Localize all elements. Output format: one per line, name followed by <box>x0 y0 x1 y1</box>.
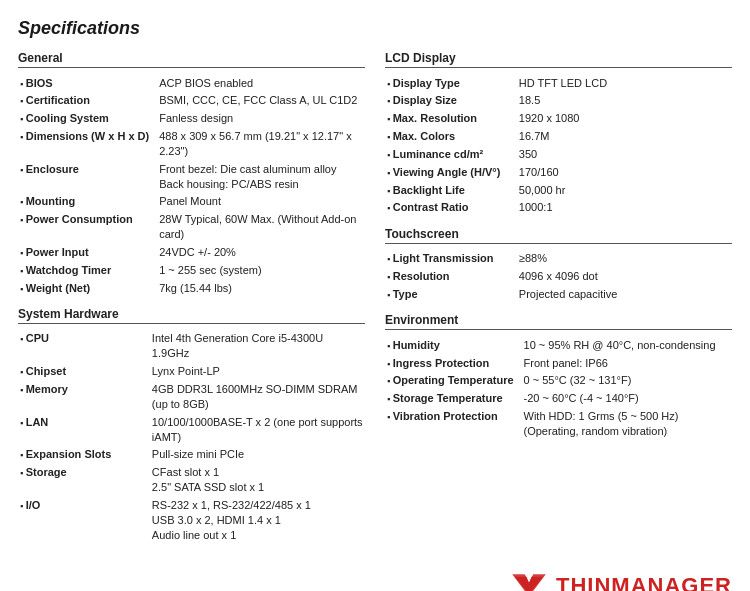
spec-label: Mounting <box>18 193 157 211</box>
table-row: Max. Colors16.7M <box>385 128 732 146</box>
spec-value: Projected capacitive <box>517 285 732 303</box>
thinmanager-logo-icon <box>508 572 550 591</box>
spec-label: Display Type <box>385 74 517 92</box>
table-row: Display TypeHD TFT LED LCD <box>385 74 732 92</box>
table-row: Watchdog Timer1 ~ 255 sec (system) <box>18 261 365 279</box>
table-row: Display Size18.5 <box>385 92 732 110</box>
spec-value: ≥88% <box>517 250 732 268</box>
table-row: Humidity10 ~ 95% RH @ 40°C, non-condensi… <box>385 336 732 354</box>
touchscreen-table: Light Transmission≥88%Resolution4096 x 4… <box>385 250 732 304</box>
spec-value: With HDD: 1 Grms (5 ~ 500 Hz)(Operating,… <box>522 408 732 441</box>
spec-value: Front bezel: Die cast aluminum alloyBack… <box>157 160 365 193</box>
table-row: StorageCFast slot x 12.5" SATA SSD slot … <box>18 464 365 497</box>
spec-value: 1920 x 1080 <box>517 110 732 128</box>
spec-label: Enclosure <box>18 160 157 193</box>
table-row: Power Input24VDC +/- 20% <box>18 243 365 261</box>
logo-area: THINMANAGER A Rockwell Automation Techno… <box>0 554 750 591</box>
spec-label: Display Size <box>385 92 517 110</box>
two-column-layout: General BIOSACP BIOS enabledCertificatio… <box>18 51 732 544</box>
table-row: Resolution4096 x 4096 dot <box>385 268 732 286</box>
logo-container: THINMANAGER A Rockwell Automation Techno… <box>508 572 732 591</box>
spec-label: Backlight Life <box>385 181 517 199</box>
spec-value: CFast slot x 12.5" SATA SSD slot x 1 <box>150 464 365 497</box>
spec-value: 170/160 <box>517 163 732 181</box>
table-row: Light Transmission≥88% <box>385 250 732 268</box>
spec-value: 28W Typical, 60W Max. (Without Add-on ca… <box>157 211 365 244</box>
spec-value: 4096 x 4096 dot <box>517 268 732 286</box>
spec-label: Viewing Angle (H/V°) <box>385 163 517 181</box>
spec-label: Light Transmission <box>385 250 517 268</box>
spec-label: Luminance cd/m² <box>385 145 517 163</box>
environment-section-title: Environment <box>385 313 732 330</box>
table-row: Viewing Angle (H/V°)170/160 <box>385 163 732 181</box>
spec-value: Pull-size mini PCIe <box>150 446 365 464</box>
spec-value: 50,000 hr <box>517 181 732 199</box>
spec-label: Resolution <box>385 268 517 286</box>
spec-label: Power Consumption <box>18 211 157 244</box>
spec-label: LAN <box>18 413 150 446</box>
table-row: Expansion SlotsPull-size mini PCIe <box>18 446 365 464</box>
spec-label: Dimensions (W x H x D) <box>18 128 157 161</box>
svg-marker-1 <box>515 577 544 591</box>
spec-label: Vibration Protection <box>385 408 522 441</box>
table-row: Dimensions (W x H x D)488 x 309 x 56.7 m… <box>18 128 365 161</box>
table-row: LAN10/100/1000BASE-T x 2 (one port suppo… <box>18 413 365 446</box>
spec-label: Certification <box>18 92 157 110</box>
spec-value: Lynx Point-LP <box>150 363 365 381</box>
system-hardware-section-title: System Hardware <box>18 307 365 324</box>
environment-table: Humidity10 ~ 95% RH @ 40°C, non-condensi… <box>385 336 732 440</box>
spec-label: Type <box>385 285 517 303</box>
lcd-table: Display TypeHD TFT LED LCDDisplay Size18… <box>385 74 732 217</box>
logo-text: THINMANAGER A Rockwell Automation Techno… <box>556 575 732 591</box>
brand-name: THINMANAGER <box>556 575 732 591</box>
table-row: Cooling SystemFanless design <box>18 110 365 128</box>
table-row: MountingPanel Mount <box>18 193 365 211</box>
left-column: General BIOSACP BIOS enabledCertificatio… <box>18 51 365 544</box>
table-row: CertificationBSMI, CCC, CE, FCC Class A,… <box>18 92 365 110</box>
right-column: LCD Display Display TypeHD TFT LED LCDDi… <box>385 51 732 544</box>
spec-label: Contrast Ratio <box>385 199 517 217</box>
spec-label: Chipset <box>18 363 150 381</box>
table-row: Contrast Ratio1000:1 <box>385 199 732 217</box>
spec-label: Watchdog Timer <box>18 261 157 279</box>
main-content: Specifications General BIOSACP BIOS enab… <box>0 0 750 554</box>
spec-value: Intel 4th Generation Core i5-4300U 1.9GH… <box>150 330 365 363</box>
general-table: BIOSACP BIOS enabledCertificationBSMI, C… <box>18 74 365 297</box>
spec-value: RS-232 x 1, RS-232/422/485 x 1USB 3.0 x … <box>150 496 365 544</box>
spec-label: Memory <box>18 381 150 414</box>
touchscreen-section-title: Touchscreen <box>385 227 732 244</box>
spec-value: HD TFT LED LCD <box>517 74 732 92</box>
spec-label: Power Input <box>18 243 157 261</box>
spec-value: -20 ~ 60°C (-4 ~ 140°F) <box>522 390 732 408</box>
table-row: Ingress ProtectionFront panel: IP66 <box>385 354 732 372</box>
table-row: Luminance cd/m²350 <box>385 145 732 163</box>
spec-value: 0 ~ 55°C (32 ~ 131°F) <box>522 372 732 390</box>
spec-label: Weight (Net) <box>18 279 157 297</box>
spec-value: 350 <box>517 145 732 163</box>
table-row: Power Consumption28W Typical, 60W Max. (… <box>18 211 365 244</box>
spec-value: ACP BIOS enabled <box>157 74 365 92</box>
spec-value: 1 ~ 255 sec (system) <box>157 261 365 279</box>
spec-value: 4GB DDR3L 1600MHz SO-DIMM SDRAM (up to 8… <box>150 381 365 414</box>
spec-label: Expansion Slots <box>18 446 150 464</box>
spec-label: Cooling System <box>18 110 157 128</box>
spec-label: Storage Temperature <box>385 390 522 408</box>
system-hardware-table: CPUIntel 4th Generation Core i5-4300U 1.… <box>18 330 365 544</box>
spec-value: 7kg (15.44 lbs) <box>157 279 365 297</box>
table-row: BIOSACP BIOS enabled <box>18 74 365 92</box>
spec-label: Max. Resolution <box>385 110 517 128</box>
spec-label: Ingress Protection <box>385 354 522 372</box>
table-row: Backlight Life50,000 hr <box>385 181 732 199</box>
spec-label: Storage <box>18 464 150 497</box>
table-row: Vibration ProtectionWith HDD: 1 Grms (5 … <box>385 408 732 441</box>
spec-label: Operating Temperature <box>385 372 522 390</box>
table-row: I/ORS-232 x 1, RS-232/422/485 x 1USB 3.0… <box>18 496 365 544</box>
table-row: Memory4GB DDR3L 1600MHz SO-DIMM SDRAM (u… <box>18 381 365 414</box>
table-row: CPUIntel 4th Generation Core i5-4300U 1.… <box>18 330 365 363</box>
spec-value: Fanless design <box>157 110 365 128</box>
spec-value: 10 ~ 95% RH @ 40°C, non-condensing <box>522 336 732 354</box>
lcd-section-title: LCD Display <box>385 51 732 68</box>
spec-label: Humidity <box>385 336 522 354</box>
table-row: ChipsetLynx Point-LP <box>18 363 365 381</box>
general-section-title: General <box>18 51 365 68</box>
